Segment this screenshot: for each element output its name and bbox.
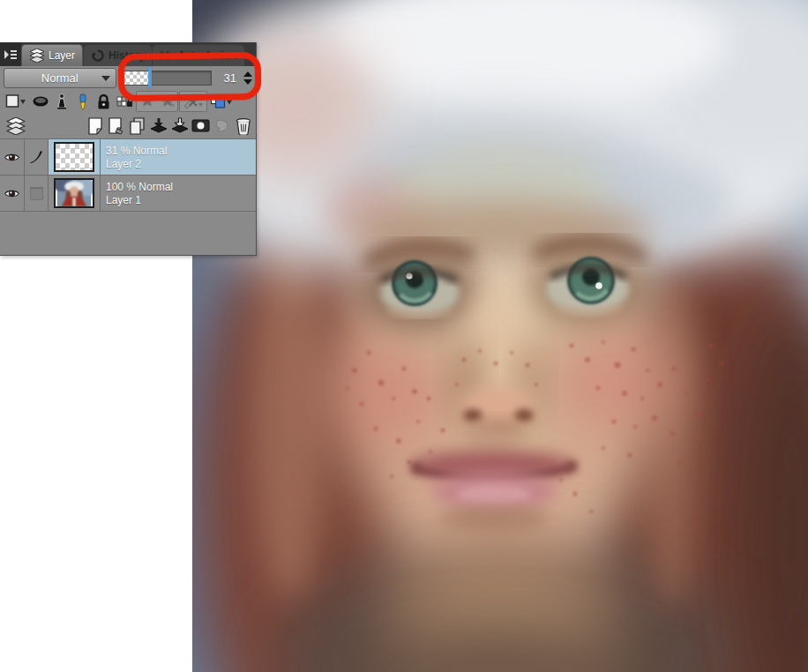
fur-hat — [192, 0, 808, 266]
opacity-spinner[interactable] — [243, 71, 252, 85]
panel-menu-button[interactable] — [0, 42, 21, 66]
tab-layer-label: Layer — [49, 49, 75, 62]
duplicate-layer-button[interactable] — [127, 116, 147, 136]
tab-auto-action-label: Auto Action — [177, 49, 237, 62]
spinner-up-icon[interactable] — [243, 71, 252, 77]
closed-eye-icon — [32, 95, 49, 108]
delete-layer-button[interactable] — [233, 116, 253, 136]
blend-opacity-row: Normal 31 — [0, 66, 256, 90]
layer2-thumbnail-cell[interactable] — [49, 139, 101, 175]
layer-list: 31 % Normal Layer 2 — [0, 138, 256, 250]
layer2-label-cell[interactable]: 31 % Normal Layer 2 — [101, 139, 256, 175]
drawing-canvas[interactable] — [192, 0, 808, 672]
layer-color-button[interactable] — [208, 92, 235, 111]
layer2-name: Layer 2 — [106, 158, 141, 170]
layer2-info: 31 % Normal — [106, 145, 167, 157]
history-icon — [91, 49, 105, 63]
blend-mode-value: Normal — [41, 71, 79, 85]
layer-panel: Layer History Auto Action Normal 31 — [0, 42, 257, 256]
enable-mask-button-disabled[interactable] — [137, 92, 157, 111]
layer-color-icon — [210, 93, 233, 109]
mask-x-icon — [139, 94, 155, 108]
merge-down-outline-icon — [171, 117, 189, 135]
mask-x2-icon — [160, 94, 176, 108]
layer-mask-icon — [191, 119, 210, 132]
apply-mask-grey-icon — [213, 118, 231, 134]
layer1-info: 100 % Normal — [106, 181, 173, 193]
merge-down-button[interactable] — [148, 116, 168, 136]
duplicate-pages-icon — [129, 117, 146, 135]
layer-command-toolbar — [0, 113, 256, 138]
opacity-slider-handle[interactable] — [148, 67, 152, 87]
spinner-down-icon[interactable] — [243, 79, 252, 85]
draft-layer-button[interactable] — [72, 92, 93, 111]
create-layer-mask-button[interactable] — [191, 116, 211, 136]
thumbnail-settings-button[interactable] — [3, 92, 29, 111]
visibility-ellipse-button[interactable] — [30, 92, 50, 111]
apply-mask-button-disabled[interactable] — [212, 116, 232, 136]
chevron-down-icon — [101, 76, 110, 81]
panel-menu-icon — [4, 49, 18, 60]
canvas-artwork — [192, 0, 808, 672]
lock-transparent-pixels-button[interactable] — [115, 92, 135, 111]
lock-transparent-icon — [116, 94, 133, 109]
mask-tools-group — [136, 91, 178, 112]
opacity-slider[interactable] — [122, 71, 212, 86]
layer1-thumbnail[interactable] — [54, 178, 94, 208]
new-page-pen-icon — [108, 117, 125, 135]
new-vector-layer-button[interactable] — [106, 116, 126, 136]
layer1-label-cell[interactable]: 100 % Normal Layer 1 — [101, 175, 256, 211]
layers-icon — [29, 49, 45, 63]
ruler-x-icon — [183, 94, 204, 108]
blend-mode-dropdown[interactable]: Normal — [4, 68, 116, 88]
new-page-icon — [87, 117, 103, 135]
reference-layer-button[interactable] — [51, 92, 71, 111]
pen-icon — [28, 149, 44, 165]
layer-row-2[interactable]: 31 % Normal Layer 2 — [0, 139, 256, 175]
new-layer-button[interactable] — [85, 116, 105, 136]
layer2-thumbnail[interactable] — [54, 142, 94, 172]
layer-row-1[interactable]: 100 % Normal Layer 1 — [0, 175, 256, 212]
layer2-visibility-toggle[interactable] — [0, 139, 25, 175]
layer1-visibility-toggle[interactable] — [0, 175, 25, 211]
layers-stack-icon — [6, 117, 26, 135]
layer1-name: Layer 1 — [106, 194, 141, 206]
lighthouse-icon — [56, 93, 68, 109]
lock-layer-button[interactable] — [94, 92, 114, 111]
tab-auto-action[interactable]: Auto Action — [153, 45, 244, 66]
opacity-slider-fill — [123, 71, 150, 85]
marker-pen-icon — [78, 93, 88, 110]
merge-down-icon — [150, 117, 168, 135]
layer1-edit-target[interactable] — [25, 175, 49, 211]
tab-history-label: History — [108, 49, 145, 62]
merge-visible-button[interactable] — [169, 116, 190, 136]
layer1-thumbnail-cell[interactable] — [49, 175, 101, 211]
empty-checkbox — [30, 187, 43, 200]
eye-icon — [4, 152, 20, 163]
lock-icon — [96, 93, 111, 110]
eye-icon — [4, 188, 20, 199]
trash-icon — [236, 117, 251, 135]
square-dropdown-icon — [5, 93, 26, 109]
layer-palette-button[interactable] — [3, 116, 29, 136]
panel-tab-bar: Layer History Auto Action — [0, 42, 256, 66]
layer-list-empty-area — [0, 212, 256, 250]
ruler-tools-group — [179, 91, 207, 112]
layer1-thumbnail-art — [56, 180, 93, 206]
layer2-edit-target[interactable] — [25, 139, 49, 175]
tab-layer[interactable]: Layer — [21, 44, 83, 66]
auto-action-icon — [160, 49, 174, 62]
link-mask-button-disabled[interactable] — [157, 92, 177, 111]
opacity-value: 31 — [217, 71, 236, 85]
ruler-button-disabled[interactable] — [180, 92, 206, 111]
layer-property-toolbar — [0, 90, 256, 113]
tab-history[interactable]: History — [84, 45, 152, 66]
